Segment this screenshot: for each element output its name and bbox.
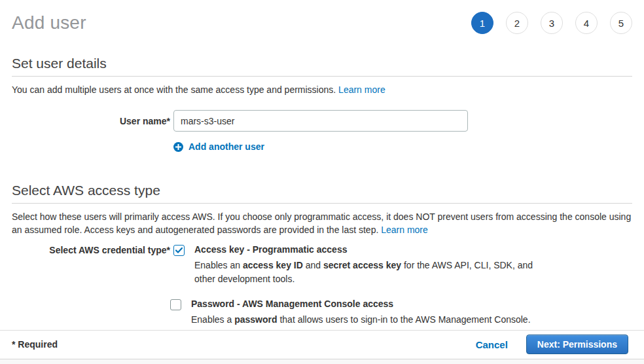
password-description: Enables a password that allows users to … xyxy=(191,313,531,327)
password-option: Password - AWS Management Console access… xyxy=(170,299,540,327)
learn-more-link-access-type[interactable]: Learn more xyxy=(381,225,428,235)
desc-bold: access key ID xyxy=(243,260,303,270)
step-3-indicator: 3 xyxy=(541,12,563,34)
select-access-type-heading: Select AWS access type xyxy=(12,183,632,198)
next-permissions-button[interactable]: Next: Permissions xyxy=(526,335,628,354)
desc-text: Enables an xyxy=(194,260,243,270)
desc-bold: password xyxy=(234,314,277,325)
section-divider xyxy=(12,203,632,204)
desc-text: Enables a xyxy=(191,314,234,325)
user-name-row: User name* xyxy=(12,110,632,132)
access-key-description: Enables an access key ID and secret acce… xyxy=(194,259,540,286)
page-title: Add user xyxy=(12,12,86,33)
access-key-title: Access key - Programmatic access xyxy=(194,244,540,255)
bottom-strip xyxy=(0,359,644,364)
cancel-button[interactable]: Cancel xyxy=(476,339,508,350)
password-checkbox[interactable] xyxy=(170,299,181,310)
required-note: * Required xyxy=(12,339,58,350)
add-user-wizard-page: Add user 1 2 3 4 5 Set user details You … xyxy=(0,0,644,364)
page-header: Add user 1 2 3 4 5 xyxy=(0,0,644,34)
step-2-indicator: 2 xyxy=(506,12,528,34)
add-another-user-label: Add another user xyxy=(188,141,264,152)
user-name-input[interactable] xyxy=(173,110,468,132)
set-user-details-heading: Set user details xyxy=(12,56,632,71)
user-details-intro-text: You can add multiple users at once with … xyxy=(12,84,336,95)
credential-type-label: Select AWS credential type* xyxy=(12,244,170,255)
wizard-footer: * Required Cancel Next: Permissions xyxy=(0,330,644,364)
access-key-option: Access key - Programmatic access Enables… xyxy=(173,244,540,286)
user-name-label: User name* xyxy=(12,110,170,126)
password-title: Password - AWS Management Console access xyxy=(191,299,531,309)
access-key-checkbox[interactable] xyxy=(173,245,185,256)
credential-type-row: Select AWS credential type* Access key -… xyxy=(12,244,632,327)
learn-more-link-user-details[interactable]: Learn more xyxy=(338,84,385,95)
user-details-intro: You can add multiple users at once with … xyxy=(12,83,632,96)
add-another-user-button[interactable]: Add another user xyxy=(173,141,632,152)
plus-circle-icon xyxy=(173,142,183,152)
access-type-intro: Select how these users will primarily ac… xyxy=(12,210,632,236)
desc-text: that allows users to sign-in to the AWS … xyxy=(277,314,531,325)
wizard-step-indicator: 1 2 3 4 5 xyxy=(471,12,632,34)
step-1-indicator: 1 xyxy=(471,12,493,34)
desc-text: and xyxy=(303,260,323,270)
section-divider xyxy=(12,76,632,77)
check-icon xyxy=(175,247,183,253)
access-type-intro-text: Select how these users will primarily ac… xyxy=(12,211,631,235)
step-4-indicator: 4 xyxy=(575,12,598,34)
desc-bold: secret access key xyxy=(323,260,401,270)
step-5-indicator: 5 xyxy=(610,12,632,34)
